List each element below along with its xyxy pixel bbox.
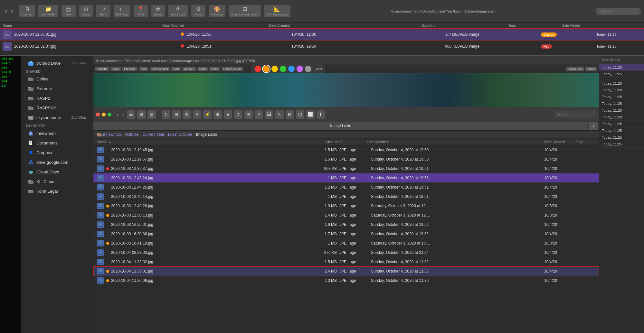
label-dot-purple[interactable] [297,66,303,72]
back-button[interactable]: ‹ [3,7,9,15]
download-icon[interactable]: ⬇ [317,110,325,119]
file-row[interactable]: 2020-10-03 12.44.26.jpg 1.2 MB JPE...age… [93,183,599,192]
file-row[interactable]: 2020-10-03 12.50.13.jpg 1.4 MB JPE...age… [93,211,599,220]
new-folder-button[interactable]: 📁New Folder [38,5,58,17]
redo-btn[interactable]: Redo [209,67,220,71]
dfxdrawer-button[interactable]: 📐DFX Drawer.app [264,5,291,17]
file-row[interactable]: 2020-10-04 08.28.03.jpg 976 KB JPE...age… [93,248,599,257]
path-button[interactable]: 📍Path [134,5,148,17]
upper-file-row-1[interactable]: jpg 2020-10-04 11.36.01.jpg 10/4/20, 11:… [0,29,644,41]
adjust-size-btn[interactable]: Adjust Size [566,67,584,71]
file-row[interactable]: 2020-10-03 16.41.19.jpg 1 MB JPE...age S… [93,239,599,248]
pcloud-eject[interactable]: ⏏ [83,61,86,65]
file-row[interactable]: 2020-10-03 12.19.57.jpg 1.5 MB JPE...age… [93,155,599,164]
sidebar-item-skycamhome[interactable]: skycamhome 21.7 GB ⏏ [23,113,91,122]
prev-btn-img[interactable]: Previous [122,67,137,71]
mail-icon[interactable]: ✉ [244,110,253,119]
cover-flow-icon[interactable]: ▤ [147,110,156,119]
view-button[interactable]: ▤View [62,5,76,17]
options-btn[interactable]: Options [95,67,109,71]
sidebar-item-icloud[interactable]: iCloud Drive [23,167,91,176]
sidebar-item-kl-icloud[interactable]: KL iCloud [23,177,91,186]
sidebar-item-rasp2[interactable]: RASP2 [23,94,91,103]
col-tags[interactable]: Tags [576,140,595,144]
edit-tags-button[interactable]: 🏷Edit Tags [114,5,131,17]
file-row[interactable]: 2020-10-03 16.25.01.jpg 1.6 MB JPE...age… [93,220,599,229]
next-btn-img[interactable]: Next [139,67,149,71]
minimize-button[interactable] [102,113,106,116]
star-icon[interactable]: ★ [224,110,232,119]
photo-icon[interactable]: 🖼 [265,110,273,119]
undo-btn[interactable]: Undo [197,67,208,71]
col-modified[interactable]: Date Modified [367,140,542,144]
file-row[interactable]: 2020-10-04 11.32.02.jpg 1.5 MB JPE...age… [93,257,599,267]
split-icon[interactable]: ⊟ [286,110,294,119]
label-dot-blue[interactable] [288,66,295,72]
sidebar-item-dropbox[interactable]: Dropbox [23,148,91,157]
delete-next-btn[interactable]: Delete & Next [222,67,243,71]
auto-btn[interactable]: Auto [171,67,181,71]
label-dot-orange[interactable] [263,66,270,72]
sidebar-item-raspsky[interactable]: RASPSKY [23,103,91,112]
sidebar-item-coffee[interactable]: Coffee [23,74,91,83]
breadcrumb-pictures[interactable]: Pictures [125,132,138,137]
back-button-lower[interactable]: ‹ [115,111,119,118]
col-name[interactable]: Name ▲ [97,140,307,144]
share2-icon[interactable]: ↗ [255,110,263,119]
save-btn[interactable]: Save [110,67,121,71]
file-row[interactable]: 2020-10-04 11.36.06.jpg 2.3 MB JPE...age… [93,276,599,285]
label-dot-yellow[interactable] [271,66,278,72]
upper-file-row-2[interactable]: jpg 2020-10-03 12.32.37.jpg 10/4/20, 19:… [0,41,644,52]
trash-icon[interactable]: 🗑 [183,110,191,119]
file-row[interactable]: 2020-10-03 12.43.24.jpg 1 MB JPE...age S… [93,173,599,183]
sidebar-item-documents[interactable]: Documents [23,138,91,147]
col-kind[interactable]: Kind [335,140,364,144]
bolt-icon[interactable]: ⚡ [203,110,212,119]
dfxapp-button[interactable]: 🎨DFX.app [209,5,225,17]
graphicconverter-button[interactable]: 🖼GraphicConverter 11 [229,5,261,17]
xe6472-btn[interactable]: Xe6472 [182,67,196,71]
skycamhome-eject[interactable]: ⏏ [83,116,86,119]
label-dot-green[interactable] [280,66,286,72]
save-next-btn[interactable]: Save & Next [150,67,170,71]
copy-icon[interactable]: ⎘ [193,110,201,119]
arrange-icon[interactable]: ⊟ [172,110,181,119]
label-dot-gray[interactable] [305,66,311,72]
sidebar-item-mnewman[interactable]: mnewman [23,129,91,138]
window-icon[interactable]: ⬜ [306,110,315,119]
share-prev-btn[interactable]: Share [585,67,597,71]
rotate-icon[interactable]: ↺ [234,110,242,119]
action-button[interactable]: ⚙Action [191,5,205,17]
breadcrumb-mnewman[interactable]: mnewman [103,132,121,137]
new-tab-button[interactable]: + [589,122,598,130]
sidebar-item-korat-legal[interactable]: Korat Legal [23,187,91,196]
close-button[interactable] [96,113,100,116]
forward-button-lower[interactable]: › [121,111,125,118]
file-row[interactable]: 2020-10-03 12.19.45.jpg 1.5 MB JPE...age… [93,145,599,155]
file-row[interactable]: 2020-10-03 12.46.14.jpg 1 MB JPE...age S… [93,192,599,201]
breadcrumb-currentyear[interactable]: Current Year [143,132,164,137]
file-row[interactable]: 2020-10-03 12.49.26.jpg 1.9 MB JPE...age… [93,201,599,211]
group-button[interactable]: ⊞Group [79,5,93,17]
col-size[interactable]: Size [307,140,333,144]
lower-tab-label[interactable]: Image Losin [93,122,588,130]
grid-view-icon[interactable]: ⊞ [137,110,146,119]
forward-button[interactable]: › [9,7,15,15]
share-button[interactable]: ↗Share [96,5,110,17]
quick-look-button[interactable]: 👁Quick Look [168,5,188,17]
zoom-button[interactable] [108,113,111,116]
col-created[interactable]: Date Created [544,140,573,144]
connect-button[interactable]: 🖥Connect [19,5,35,17]
file-row[interactable]: 2020-10-03 12.32.37.jpg 968 KB JPE...age… [93,164,599,173]
file-row[interactable]: 2020-10-03 16.30.36.jpg 1.7 MB JPE...age… [93,229,599,239]
file-row[interactable]: 2020-10-04 11.36.01.jpg 2.4 MB JPE...age… [93,267,599,276]
sidebar-toggle-icon[interactable]: ◫ [296,110,304,119]
delete-button[interactable]: 🗑Delete [151,5,165,17]
gear-icon[interactable]: ⚙ [213,110,222,119]
search-input-lower[interactable] [554,111,596,118]
sidebar-item-googledrive[interactable]: drive.google.com [23,158,91,167]
resize-icon[interactable]: ⤡ [275,110,284,119]
list-view-icon[interactable]: ☰ [127,110,135,119]
label-dot-red[interactable] [255,66,261,72]
sidebar-item-extreme[interactable]: Extreme [23,84,91,93]
